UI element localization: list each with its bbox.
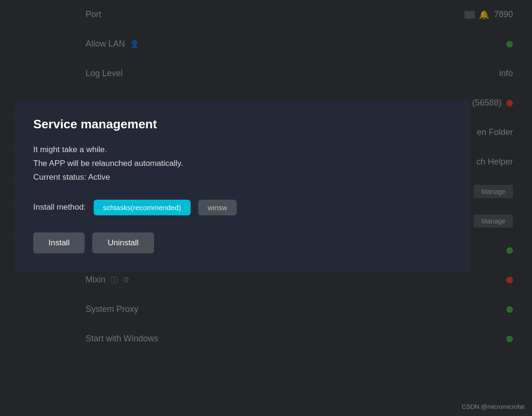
modal-line1: It might take a while.: [33, 143, 452, 157]
watermark: CSDN @micromicrofat: [462, 403, 524, 410]
modal-line2: The APP will be relaunched automatically…: [33, 157, 452, 171]
modal-line3: Current status: Active: [33, 171, 452, 184]
modal-body: It might take a while. The APP will be r…: [33, 143, 452, 184]
uninstall-button[interactable]: Uninstall: [92, 232, 154, 253]
install-button[interactable]: Install: [33, 232, 85, 253]
action-buttons: Install Uninstall: [33, 232, 452, 253]
install-method-label: Install method:: [33, 203, 86, 212]
modal-title: Service management: [33, 117, 452, 132]
schtasks-method-button[interactable]: schtasks(recommended): [94, 200, 191, 215]
winsw-method-button[interactable]: winsw: [198, 200, 237, 215]
service-management-modal: Service management It might take a while…: [14, 100, 471, 272]
modal-overlay: Service management It might take a while…: [0, 0, 532, 416]
install-method-row: Install method: schtasks(recommended) wi…: [33, 200, 452, 215]
